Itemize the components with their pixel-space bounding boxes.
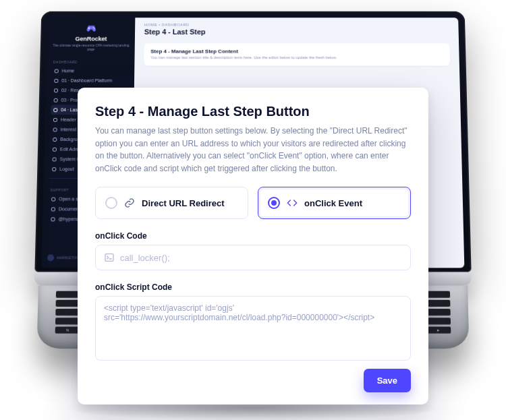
settings-modal: Step 4 - Manage Last Step Button You can… bbox=[78, 88, 428, 404]
key-arrow-right: ► bbox=[426, 326, 451, 333]
link-icon bbox=[124, 198, 135, 208]
item-icon bbox=[53, 117, 57, 121]
onclick-code-input[interactable] bbox=[120, 253, 402, 263]
item-icon bbox=[54, 98, 58, 102]
svg-rect-3 bbox=[88, 27, 89, 29]
key-fn: fn bbox=[55, 326, 80, 333]
item-icon bbox=[53, 127, 57, 131]
terminal-icon bbox=[104, 252, 115, 263]
item-icon bbox=[54, 88, 58, 92]
modal-description: You can manage last step button settings… bbox=[95, 125, 411, 175]
sidebar-section-dashboard: DASHBOARD bbox=[53, 60, 130, 64]
onclick-code-label: onClick Code bbox=[95, 231, 411, 241]
onclick-script-label: onClick Script Code bbox=[95, 282, 411, 292]
option-onclick-event[interactable]: onClick Event bbox=[258, 187, 411, 219]
item-icon bbox=[53, 147, 57, 151]
radio-icon bbox=[105, 197, 117, 209]
option-label: Direct URL Redirect bbox=[142, 198, 225, 208]
content-card: Step 4 - Manage Last Step Content You ca… bbox=[144, 43, 450, 65]
rhino-icon bbox=[47, 254, 54, 261]
brand-tagline: The ultimate single-resource CPA marketi… bbox=[53, 43, 130, 51]
code-icon bbox=[287, 198, 298, 208]
item-icon bbox=[53, 108, 57, 112]
onclick-script-textarea[interactable] bbox=[95, 296, 411, 361]
sidebar-item-label: Logout bbox=[59, 167, 74, 171]
onclick-code-input-wrap[interactable] bbox=[95, 245, 411, 270]
sidebar-item-step1[interactable]: 01 · Dashboard Platform bbox=[51, 76, 129, 85]
brand-name: GenRocket bbox=[53, 36, 130, 42]
item-icon bbox=[54, 78, 58, 82]
breadcrumb: HOME • DASHBOARD Step 4 - Last Step bbox=[135, 18, 459, 38]
item-icon bbox=[53, 157, 57, 161]
option-label: onClick Event bbox=[304, 198, 362, 208]
logout-icon bbox=[52, 167, 56, 171]
modal-title: Step 4 - Manage Last Step Button bbox=[95, 104, 411, 119]
page-title: Step 4 - Last Step bbox=[144, 28, 449, 35]
sidebar-item-label: Home bbox=[62, 68, 75, 73]
content-card-desc: You can manage last section title & desc… bbox=[150, 55, 443, 60]
option-direct-url[interactable]: Direct URL Redirect bbox=[95, 187, 248, 219]
book-icon bbox=[51, 207, 55, 211]
radio-icon bbox=[268, 197, 280, 209]
ticket-icon bbox=[51, 197, 55, 201]
brand-block: GenRocket The ultimate single-resource C… bbox=[53, 24, 130, 51]
home-icon bbox=[55, 69, 59, 73]
item-icon bbox=[53, 137, 57, 141]
gamepad-icon bbox=[85, 24, 97, 32]
breadcrumb-top: HOME • DASHBOARD bbox=[144, 22, 449, 26]
sidebar-item-label: 01 · Dashboard Platform bbox=[61, 78, 112, 83]
svg-rect-4 bbox=[105, 254, 113, 262]
content-card-title: Step 4 - Manage Last Step Content bbox=[150, 49, 443, 55]
discord-icon bbox=[51, 217, 55, 221]
save-button[interactable]: Save bbox=[364, 369, 411, 392]
sidebar-item-home[interactable]: Home bbox=[52, 65, 130, 75]
